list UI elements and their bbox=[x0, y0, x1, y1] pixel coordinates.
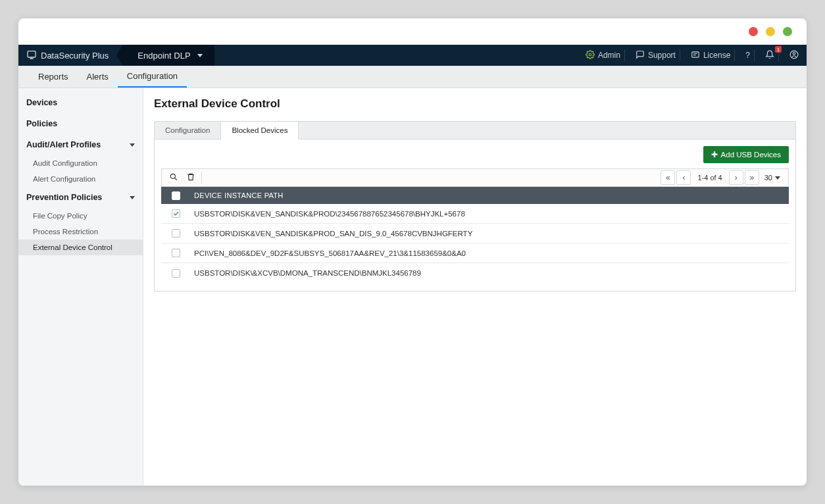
delete-button[interactable] bbox=[183, 170, 199, 186]
chevron-down-icon bbox=[775, 176, 780, 180]
page-prev-button[interactable]: ‹ bbox=[676, 170, 691, 185]
page-size-dropdown[interactable]: 30 bbox=[761, 174, 784, 182]
page-last-button[interactable]: » bbox=[745, 170, 759, 185]
chevron-right-icon: › bbox=[735, 173, 738, 182]
table-toolbar: « ‹ 1-4 of 4 › » 30 bbox=[161, 168, 789, 187]
row-checkbox[interactable] bbox=[172, 249, 180, 257]
license-label: License bbox=[703, 51, 730, 60]
trash-icon bbox=[186, 172, 195, 184]
sidebar-item-label: Alert Configuration bbox=[33, 175, 95, 183]
subtab-blocked-devices[interactable]: Blocked Devices bbox=[221, 122, 299, 139]
tab-reports[interactable]: Reports bbox=[29, 66, 78, 88]
profile-button[interactable] bbox=[786, 49, 799, 61]
separator bbox=[201, 172, 202, 184]
sidebar-item-file-copy[interactable]: File Copy Policy bbox=[18, 208, 143, 224]
table-row[interactable]: USBSTOR\DISK\&XCVB\DMONA_TRANSCEND\BNMJK… bbox=[161, 263, 789, 283]
chat-icon bbox=[636, 50, 645, 61]
sidebar-item-devices[interactable]: Devices bbox=[18, 92, 143, 113]
support-link[interactable]: Support bbox=[632, 49, 680, 61]
table-body: USBSTOR\DISK&VEN_SANDISK&PROD\2345678876… bbox=[161, 204, 789, 283]
chevron-down-icon bbox=[197, 54, 203, 57]
sidebar-item-label: Devices bbox=[26, 98, 57, 107]
license-icon bbox=[691, 50, 700, 61]
svg-point-4 bbox=[793, 52, 795, 55]
sidebar-item-audit-config[interactable]: Audit Configuration bbox=[18, 155, 143, 171]
notifications-button[interactable]: 1 bbox=[761, 49, 779, 61]
module-label: Endpoint DLP bbox=[138, 51, 190, 61]
notification-badge: 1 bbox=[775, 46, 782, 53]
sidebar-item-alert-config[interactable]: Alert Configuration bbox=[18, 171, 143, 187]
brand: DataSecurity Plus bbox=[26, 49, 109, 62]
sidebar-item-label: External Device Control bbox=[33, 243, 113, 251]
table-row[interactable]: PCI\VEN_8086&DEV_9D2F&SUBSYS_506817AA&RE… bbox=[161, 243, 789, 263]
plus-icon: ✚ bbox=[711, 150, 718, 159]
table-row[interactable]: USBSTOR\DISK&VEN_SANDISK&PROD\2345678876… bbox=[161, 204, 789, 224]
page-next-button[interactable]: › bbox=[729, 170, 743, 185]
column-header-device-path[interactable]: DEVICE INSTANCE PATH bbox=[190, 191, 789, 199]
tab-configuration[interactable]: Configuration bbox=[118, 66, 187, 88]
admin-label: Admin bbox=[598, 51, 620, 60]
sidebar-item-policies[interactable]: Policies bbox=[18, 113, 143, 134]
window-maximize-icon[interactable] bbox=[783, 27, 792, 36]
row-checkbox[interactable] bbox=[172, 269, 180, 278]
tab-alerts[interactable]: Alerts bbox=[78, 66, 118, 88]
page-info: 1-4 of 4 bbox=[692, 174, 727, 182]
row-checkbox[interactable] bbox=[172, 229, 180, 238]
window-close-icon[interactable] bbox=[749, 27, 758, 36]
sidebar-item-label: Prevention Policies bbox=[26, 193, 102, 202]
app-window: DataSecurity Plus Endpoint DLP Admin Sup… bbox=[18, 18, 807, 486]
page-first-button[interactable]: « bbox=[661, 170, 675, 185]
select-all-checkbox[interactable] bbox=[172, 191, 180, 200]
table-header: DEVICE INSTANCE PATH bbox=[161, 187, 789, 204]
subtab-configuration[interactable]: Configuration bbox=[155, 122, 221, 139]
sidebar-item-prevention[interactable]: Prevention Policies bbox=[18, 187, 143, 208]
chevron-down-icon bbox=[130, 143, 135, 147]
device-path-cell: USBSTOR\DISK\&XCVB\DMONA_TRANSCEND\BNMJK… bbox=[190, 269, 789, 277]
topbar-right: Admin Support License ? 1 bbox=[582, 49, 799, 61]
row-checkbox[interactable] bbox=[172, 209, 180, 218]
device-path-cell: PCI\VEN_8086&DEV_9D2F&SUBSYS_506817AA&RE… bbox=[190, 249, 789, 257]
page-size-label: 30 bbox=[764, 174, 772, 182]
module-dropdown[interactable]: Endpoint DLP bbox=[123, 45, 214, 66]
sidebar-item-audit-alert[interactable]: Audit/Alert Profiles bbox=[18, 134, 143, 155]
search-button[interactable] bbox=[166, 170, 182, 186]
sidebar-item-label: Audit/Alert Profiles bbox=[26, 140, 101, 149]
chevron-down-icon bbox=[130, 196, 135, 199]
sidebar-item-label: File Copy Policy bbox=[33, 212, 87, 220]
sidebar: Devices Policies Audit/Alert Profiles Au… bbox=[18, 88, 143, 486]
add-btn-label: Add USB Devices bbox=[721, 151, 781, 159]
chevron-left-icon: ‹ bbox=[682, 173, 685, 182]
main-content: External Device Control Configuration Bl… bbox=[143, 88, 807, 486]
tab-alerts-label: Alerts bbox=[87, 72, 109, 82]
device-path-cell: USBSTOR\DISK&VEN_SANDISK&PROD_SAN_DIS_9.… bbox=[190, 230, 789, 238]
sidebar-item-external-device[interactable]: External Device Control bbox=[18, 239, 143, 255]
help-link[interactable]: ? bbox=[741, 49, 755, 61]
user-icon bbox=[789, 50, 799, 61]
window-minimize-icon[interactable] bbox=[766, 27, 775, 36]
chevrons-right-icon: » bbox=[749, 173, 754, 182]
tab-configuration-label: Configuration bbox=[127, 71, 178, 81]
subtab-label: Configuration bbox=[165, 126, 210, 134]
main-tabs: Reports Alerts Configuration bbox=[18, 66, 807, 88]
gear-icon bbox=[586, 50, 595, 61]
device-path-cell: USBSTOR\DISK&VEN_SANDISK&PROD\2345678876… bbox=[190, 210, 789, 218]
blocked-devices-panel: ✚ Add USB Devices bbox=[154, 139, 796, 291]
license-link[interactable]: License bbox=[687, 49, 735, 61]
sidebar-item-label: Process Restriction bbox=[33, 228, 98, 236]
sidebar-item-process[interactable]: Process Restriction bbox=[18, 224, 143, 239]
top-bar: DataSecurity Plus Endpoint DLP Admin Sup… bbox=[18, 45, 807, 66]
brand-icon bbox=[26, 49, 37, 62]
svg-point-1 bbox=[589, 53, 591, 56]
table-row[interactable]: USBSTOR\DISK&VEN_SANDISK&PROD_SAN_DIS_9.… bbox=[161, 224, 789, 243]
admin-link[interactable]: Admin bbox=[582, 49, 625, 61]
support-label: Support bbox=[648, 51, 676, 60]
add-usb-devices-button[interactable]: ✚ Add USB Devices bbox=[703, 146, 789, 163]
chevrons-left-icon: « bbox=[666, 173, 670, 182]
brand-label: DataSecurity Plus bbox=[41, 51, 109, 61]
sidebar-item-label: Policies bbox=[26, 119, 57, 128]
bell-icon bbox=[765, 50, 774, 61]
sub-tabs: Configuration Blocked Devices bbox=[154, 121, 796, 139]
search-icon bbox=[169, 172, 178, 184]
svg-rect-0 bbox=[28, 51, 36, 57]
subtab-label: Blocked Devices bbox=[232, 126, 288, 134]
